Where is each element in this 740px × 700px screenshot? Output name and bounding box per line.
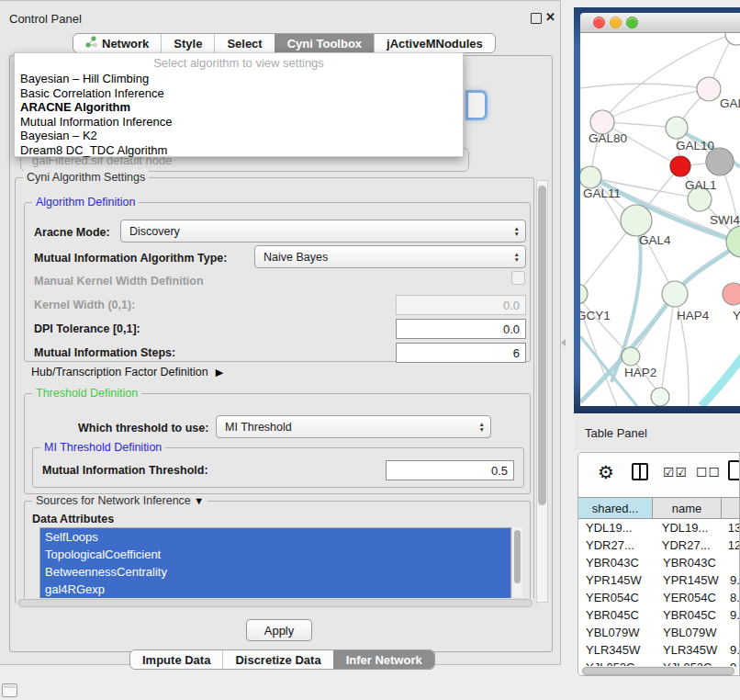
settings-horizontal-scrollbar[interactable]	[17, 598, 542, 608]
column-header-cut[interactable]	[722, 498, 740, 518]
unchecked-boxes-icon[interactable]: ☐☐	[696, 465, 721, 480]
threshold-definition-title: Threshold Definition	[32, 387, 141, 400]
sources-title: Sources for Network Inference ▼	[32, 494, 207, 507]
data-attributes-list[interactable]: SelfLoopsTopologicalCoefficientBetweenne…	[39, 527, 511, 599]
table-row[interactable]: YBR043CYBR043C	[578, 554, 740, 571]
column-header-name[interactable]: name	[653, 498, 722, 518]
attribute-item[interactable]: SelfLoops	[40, 528, 510, 546]
minimized-panel-icon[interactable]	[2, 683, 17, 697]
attribute-item[interactable]: BetweennessCentrality	[40, 563, 510, 581]
inference-algorithm-combo-edge[interactable]	[467, 92, 486, 119]
hub-definition-expander[interactable]: Hub/Transcription Factor Definition ▶	[31, 366, 223, 378]
algorithm-popup-prompt: Select algorithm to view settings	[15, 53, 463, 72]
network-node-label: GCY1	[580, 309, 611, 322]
network-node-gal10[interactable]	[666, 117, 688, 139]
collapse-down-icon[interactable]: ▼	[194, 495, 204, 506]
table-row[interactable]: YBR045CYBR045C9.	[578, 606, 740, 624]
zoom-traffic-light-icon[interactable]	[626, 17, 638, 28]
algorithm-option[interactable]: Mutual Information Inference	[15, 115, 463, 130]
which-threshold-label: Which threshold to use:	[78, 422, 208, 435]
network-node-hap4[interactable]	[662, 281, 688, 307]
mi-steps-input[interactable]: 6	[396, 343, 526, 363]
tab-jactivemnodules[interactable]: jActiveMNodules	[374, 34, 495, 52]
table-row[interactable]: YER054CYER054C8.	[578, 589, 740, 606]
gear-icon[interactable]: ⚙	[598, 461, 614, 483]
document-icon[interactable]	[728, 460, 740, 480]
attributes-list-scrollbar[interactable]	[511, 527, 522, 597]
network-node[interactable]	[651, 388, 669, 406]
table-row[interactable]: YBL079WYBL079W	[578, 624, 740, 641]
network-icon	[85, 36, 97, 51]
table-horizontal-scrollbar[interactable]	[581, 666, 738, 676]
dpi-tolerance-input[interactable]: 0.0	[396, 319, 526, 339]
network-canvas[interactable]: GALGAL80GAL10GAL1SWI4GAL11GAL4GCY1HAP4YH…	[580, 33, 740, 406]
table-cell: YDL19...	[656, 519, 723, 536]
algorithm-option[interactable]: Dream8 DC_TDC Algorithm	[15, 143, 463, 158]
split-columns-icon[interactable]	[632, 463, 648, 480]
network-window-titlebar[interactable]	[580, 13, 740, 33]
network-node-label: GAL	[720, 96, 740, 110]
mi-threshold-input[interactable]: 0.5	[386, 460, 514, 480]
tab-cyni-toolbox[interactable]: Cyni Toolbox	[275, 34, 374, 52]
manual-kernel-checkbox[interactable]	[511, 271, 525, 285]
network-node-label: GAL4	[639, 233, 671, 247]
apply-button[interactable]: Apply	[246, 619, 312, 641]
aracne-mode-combo[interactable]: Discovery ▲▼	[120, 220, 526, 243]
close-icon[interactable]: ✕	[545, 10, 555, 24]
network-node[interactable]	[670, 156, 690, 176]
network-node-gcy1[interactable]	[580, 284, 588, 304]
mi-threshold-group: MI Threshold Definition Mutual Informati…	[32, 447, 524, 488]
float-window-icon[interactable]	[531, 13, 542, 24]
splitter-handle-icon[interactable]	[561, 339, 566, 346]
table-cell	[725, 554, 730, 571]
mi-type-combo[interactable]: Naive Bayes ▲▼	[254, 245, 526, 268]
network-node-label: GAL80	[589, 131, 627, 145]
tab-label: Network	[102, 37, 149, 51]
network-node-gal[interactable]	[697, 77, 721, 101]
table-panel: ⚙ ☑☑ ☐☐ shared...name YDL19...YDL19...13…	[577, 452, 740, 676]
stepper-icon: ▲▼	[509, 252, 525, 262]
table-cell: YBR043C	[656, 554, 725, 571]
table-row[interactable]: YDL19...YDL19...13	[578, 519, 740, 536]
algorithm-definition-group: Algorithm Definition Aracne Mode: Discov…	[24, 202, 531, 362]
table-cell: YBR045C	[578, 606, 656, 624]
network-node-y[interactable]	[723, 283, 740, 305]
network-node-label: GAL10	[676, 139, 714, 152]
network-node-gal11[interactable]	[580, 166, 601, 188]
minimize-traffic-light-icon[interactable]	[610, 17, 622, 28]
attribute-item[interactable]: gal4RGexp	[40, 581, 510, 598]
settings-vertical-scrollbar[interactable]	[536, 180, 548, 603]
kernel-width-label: Kernel Width (0,1):	[34, 299, 135, 311]
algorithm-option[interactable]: ARACNE Algorithm	[15, 100, 463, 115]
tab-discretize-data[interactable]: Discretize Data	[222, 650, 332, 669]
tab-network[interactable]: Network	[73, 34, 161, 52]
algorithm-option[interactable]: Basic Correlation Inference	[15, 86, 463, 101]
network-node-gal4[interactable]	[621, 205, 652, 236]
tab-label: Infer Network	[346, 653, 422, 667]
stepper-icon: ▲▼	[474, 422, 490, 432]
which-threshold-combo[interactable]: MI Threshold ▲▼	[216, 415, 491, 438]
network-node-label: HAP4	[677, 309, 710, 322]
close-traffic-light-icon[interactable]	[593, 17, 605, 28]
aracne-mode-label: Aracne Mode:	[34, 226, 110, 239]
algorithm-option[interactable]: Bayesian – Hill Climbing	[15, 72, 463, 86]
mi-steps-label: Mutual Information Steps:	[34, 346, 175, 359]
attribute-item[interactable]: TopologicalCoefficient	[40, 546, 510, 563]
checked-boxes-icon[interactable]: ☑☑	[663, 465, 688, 480]
tab-select[interactable]: Select	[214, 34, 274, 52]
table-row[interactable]: YPR145WYPR145W9.	[578, 571, 740, 589]
table-header-row: shared...name	[578, 497, 740, 519]
tab-impute-data[interactable]: Impute Data	[130, 650, 222, 669]
cyni-algorithm-settings-title: Cyni Algorithm Settings	[23, 171, 149, 184]
table-row[interactable]: YLR345WYLR345W9.	[578, 641, 740, 659]
table-row[interactable]: YDR27...YDR27...12	[578, 536, 740, 554]
table-cell: 9.	[725, 641, 740, 659]
network-node[interactable]	[725, 33, 740, 45]
column-header-shared[interactable]: shared...	[578, 498, 653, 518]
tab-infer-network[interactable]: Infer Network	[333, 650, 434, 669]
network-node-hap2[interactable]	[622, 347, 640, 366]
algorithm-option[interactable]: Bayesian – K2	[15, 129, 463, 143]
tab-label: jActiveMNodules	[387, 37, 483, 51]
kernel-width-input[interactable]: 0.0	[396, 295, 526, 315]
tab-style[interactable]: Style	[161, 34, 214, 52]
